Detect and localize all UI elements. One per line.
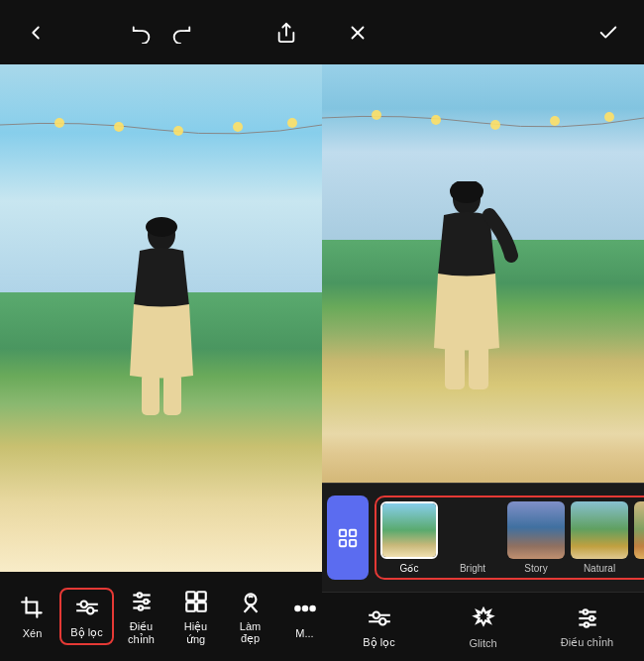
left-editor-panel: Xén Bộ lọc Điều chỉnh xyxy=(0,0,322,661)
more-icon xyxy=(291,595,319,622)
bottom-tool-glitch[interactable]: Glitch xyxy=(451,606,515,649)
tool-xen-label: Xén xyxy=(23,627,43,639)
filter-strip: Gốc Bright Story Natural xyxy=(322,483,644,592)
back-button[interactable] xyxy=(18,15,54,51)
svg-point-52 xyxy=(583,609,587,613)
bottom-adjust-icon xyxy=(574,605,601,632)
tool-hieuung[interactable]: Hiệu ứng xyxy=(168,582,223,652)
undo-redo-actions xyxy=(124,15,199,51)
svg-rect-38 xyxy=(445,345,465,389)
bottom-tool-dieuchinh[interactable]: Điều chỉnh xyxy=(555,605,619,649)
svg-point-28 xyxy=(310,606,314,609)
tool-dieuchinH[interactable]: Điều chỉnh xyxy=(114,582,168,652)
effect-icon xyxy=(182,588,210,615)
filter-natural[interactable]: Natural xyxy=(571,501,628,574)
string-lights-right xyxy=(322,98,644,158)
svg-point-19 xyxy=(144,599,148,603)
svg-rect-8 xyxy=(142,374,160,415)
filter-warm[interactable]: Wa... xyxy=(634,501,644,574)
filter-story-label: Story xyxy=(524,563,547,574)
filter-category-button[interactable] xyxy=(327,496,369,580)
svg-point-4 xyxy=(233,122,243,132)
confirm-button[interactable] xyxy=(590,15,626,51)
svg-rect-23 xyxy=(186,603,195,611)
left-nav-actions xyxy=(18,15,54,51)
svg-point-45 xyxy=(379,618,386,625)
filter-thumb-bright xyxy=(444,501,501,559)
share-button[interactable] xyxy=(268,15,304,51)
svg-rect-40 xyxy=(340,529,346,535)
string-lights xyxy=(0,105,322,165)
svg-point-7 xyxy=(146,217,177,237)
person-silhouette-right xyxy=(402,181,531,483)
right-bottom-toolbar: Bộ lọc Glitch Điều chỉnh xyxy=(322,592,644,661)
bottom-tool-boloc[interactable]: Bộ lọc xyxy=(347,605,411,649)
svg-point-10 xyxy=(80,602,87,608)
filter-goc[interactable]: Gốc xyxy=(380,501,438,574)
tool-more[interactable]: M... xyxy=(277,589,332,645)
tool-more-label: M... xyxy=(295,627,313,639)
filter-thumb-story xyxy=(507,501,565,559)
svg-rect-41 xyxy=(350,529,356,535)
svg-rect-43 xyxy=(350,539,356,545)
tool-xen[interactable]: Xén xyxy=(5,589,59,645)
filter-natural-label: Natural xyxy=(584,563,615,574)
bottom-filter-icon xyxy=(366,605,393,632)
crop-icon xyxy=(19,595,47,622)
right-editor-panel: Gốc Bright Story Natural xyxy=(322,0,644,661)
filter-story[interactable]: Story xyxy=(507,501,565,574)
beauty-icon xyxy=(237,588,265,615)
svg-rect-9 xyxy=(163,374,181,415)
filter-bright-label: Bright xyxy=(460,563,485,574)
tool-hieuung-label: Hiệu ứng xyxy=(176,620,215,646)
filter-thumb-natural xyxy=(571,501,628,559)
svg-point-1 xyxy=(54,118,64,128)
svg-point-3 xyxy=(173,126,183,136)
svg-point-54 xyxy=(584,622,588,626)
svg-point-32 xyxy=(431,115,441,125)
person-silhouette-left xyxy=(102,217,221,572)
svg-point-31 xyxy=(372,110,381,120)
svg-rect-42 xyxy=(340,539,346,545)
right-image-canvas xyxy=(322,64,644,483)
tool-boloc[interactable]: Bộ lọc xyxy=(59,588,114,645)
svg-rect-39 xyxy=(469,345,488,389)
left-header xyxy=(0,0,322,64)
svg-rect-22 xyxy=(197,592,206,601)
bottom-dieuchinh-label: Điều chỉnh xyxy=(561,636,613,649)
filter-items-container: Gốc Bright Story Natural xyxy=(375,496,644,580)
svg-point-44 xyxy=(373,612,379,619)
left-image-canvas xyxy=(0,64,322,572)
svg-point-33 xyxy=(490,120,500,130)
filter-thumb-goc xyxy=(380,501,438,559)
svg-point-27 xyxy=(302,606,306,609)
redo-button[interactable] xyxy=(163,15,199,51)
tool-lamdep-label: Làm đẹp xyxy=(231,620,269,645)
undo-button[interactable] xyxy=(124,15,160,51)
svg-point-11 xyxy=(87,607,94,614)
close-button[interactable] xyxy=(340,15,376,51)
svg-point-35 xyxy=(604,112,614,122)
tool-lamdep[interactable]: Làm đẹp xyxy=(223,582,277,651)
svg-point-20 xyxy=(138,606,142,609)
filter-thumb-warm xyxy=(634,501,644,559)
right-header xyxy=(322,0,644,64)
svg-rect-24 xyxy=(197,603,206,611)
left-toolbar: Xén Bộ lọc Điều chỉnh xyxy=(0,572,322,661)
svg-rect-21 xyxy=(186,592,195,601)
bottom-boloc-label: Bộ lọc xyxy=(363,636,394,649)
adjust-icon xyxy=(128,588,156,615)
svg-point-2 xyxy=(114,122,124,132)
bottom-glitch-icon xyxy=(470,606,497,633)
svg-point-5 xyxy=(287,118,297,128)
svg-point-53 xyxy=(590,616,593,620)
filter-goc-label: Gốc xyxy=(400,563,419,574)
filter-bright[interactable]: Bright xyxy=(444,501,501,574)
svg-point-18 xyxy=(137,593,141,597)
svg-point-26 xyxy=(295,606,299,609)
filter-icon xyxy=(73,594,101,621)
svg-point-34 xyxy=(550,116,560,126)
tool-boloc-label: Bộ lọc xyxy=(70,626,102,639)
tool-dieuchinh-label: Điều chỉnh xyxy=(122,620,161,646)
bottom-glitch-label: Glitch xyxy=(469,637,496,649)
